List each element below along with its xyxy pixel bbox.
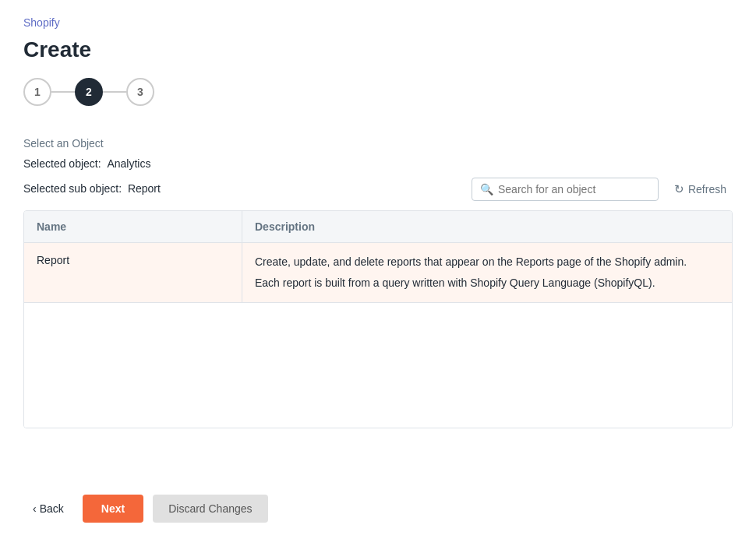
section-label: Select an Object — [23, 137, 733, 150]
selected-subobject-row: Selected sub object: Report 🔍 ↻ Refresh — [23, 178, 733, 204]
next-button[interactable]: Next — [83, 495, 143, 523]
page-container: Shopify Create 1 2 3 Select an Object Se… — [0, 0, 756, 546]
selected-subobject-value: Report — [128, 182, 161, 195]
selected-object-value: Analytics — [107, 157, 150, 170]
column-header-description: Description — [242, 211, 732, 242]
breadcrumb[interactable]: Shopify — [23, 16, 60, 29]
search-box: 🔍 — [472, 178, 659, 201]
search-icon: 🔍 — [480, 183, 493, 196]
table-empty-area — [24, 303, 732, 428]
step-3: 3 — [126, 78, 154, 106]
refresh-button[interactable]: ↻ Refresh — [668, 178, 733, 201]
page-title: Create — [23, 37, 733, 62]
refresh-icon: ↻ — [674, 182, 684, 196]
back-label: Back — [40, 502, 64, 515]
table-cell-description: Create, update, and delete reports that … — [242, 243, 732, 302]
back-chevron-icon: ‹ — [33, 502, 37, 515]
discard-button[interactable]: Discard Changes — [153, 495, 267, 523]
object-table: Name Description Report Create, update, … — [23, 210, 733, 428]
step-2: 2 — [75, 78, 103, 106]
description-line2: Each report is built from a query writte… — [255, 275, 719, 291]
table-cell-name: Report — [24, 243, 242, 302]
table-header: Name Description — [24, 211, 732, 243]
table-row[interactable]: Report Create, update, and delete report… — [24, 243, 732, 303]
back-button[interactable]: ‹ Back — [23, 496, 73, 521]
selected-object-info: Selected object: Analytics — [23, 157, 150, 170]
search-input[interactable] — [498, 183, 650, 196]
column-header-name: Name — [24, 211, 242, 242]
selected-object-row: Selected object: Analytics — [23, 157, 733, 174]
search-refresh-row: 🔍 ↻ Refresh — [472, 178, 733, 201]
stepper: 1 2 3 — [23, 78, 733, 106]
step-1: 1 — [23, 78, 51, 106]
step-connector-2 — [103, 91, 126, 93]
footer-actions: ‹ Back Next Discard Changes — [23, 479, 268, 530]
selected-subobject-label: Selected sub object: — [23, 182, 122, 195]
selected-subobject-info: Selected sub object: Report — [23, 182, 161, 195]
refresh-label: Refresh — [688, 183, 726, 196]
description-line1: Create, update, and delete reports that … — [255, 254, 719, 270]
step-connector-1 — [51, 91, 75, 93]
selected-object-label: Selected object: — [23, 157, 101, 170]
